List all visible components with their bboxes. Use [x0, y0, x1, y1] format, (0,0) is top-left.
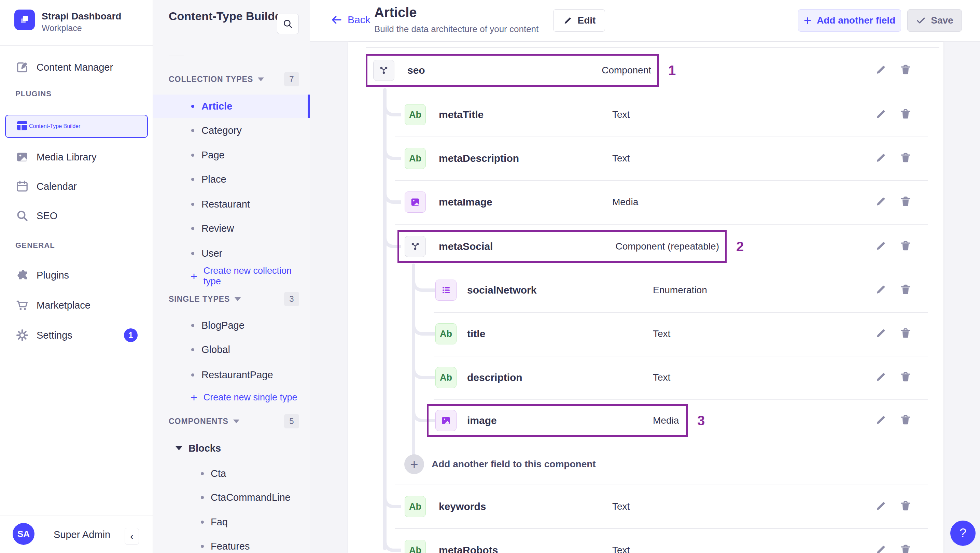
delete-field-button[interactable]: [898, 283, 913, 298]
nav-item-seo[interactable]: SEO: [0, 203, 153, 228]
delete-field-button[interactable]: [898, 499, 913, 514]
edit-field-button[interactable]: [873, 239, 888, 254]
add-field-to-component-label: Add another field to this component: [432, 459, 596, 470]
field-type: Text: [612, 153, 630, 164]
calendar-icon: [15, 180, 29, 193]
edit-field-button[interactable]: [873, 499, 888, 514]
field-name: metaDescription: [439, 153, 519, 164]
save-button[interactable]: Save: [907, 9, 962, 32]
add-another-field-button[interactable]: + Add another field: [798, 9, 901, 32]
count-badge: 5: [284, 414, 299, 428]
row-divider: [434, 399, 928, 400]
nav-item-settings[interactable]: Settings1: [0, 323, 153, 348]
subnav-tree-blocks[interactable]: Blocks: [153, 437, 310, 460]
edit-field-button[interactable]: [873, 543, 888, 553]
field-type: Media: [612, 197, 638, 208]
subnav-item-restaurant[interactable]: Restaurant: [153, 192, 310, 216]
pencil-icon: [875, 413, 888, 428]
pencil-icon: [875, 499, 888, 514]
tree-elbow: [412, 276, 435, 292]
edit-button[interactable]: Edit: [553, 9, 605, 32]
edit-field-button[interactable]: [873, 283, 888, 298]
field-type: Enumeration: [653, 285, 707, 296]
edit-field-button[interactable]: [873, 151, 888, 166]
delete-field-button[interactable]: [898, 107, 913, 122]
search-button[interactable]: [277, 14, 299, 34]
text-field-icon: Ab: [405, 496, 426, 517]
back-link[interactable]: Back: [331, 14, 371, 26]
delete-field-button[interactable]: [898, 63, 913, 78]
edit-field-button[interactable]: [873, 413, 888, 428]
subnav-title: Content-Type Builder: [169, 9, 288, 23]
edit-field-button[interactable]: [873, 326, 888, 342]
subnav-item-page[interactable]: Page: [153, 143, 310, 167]
nav-item-marketplace[interactable]: Marketplace: [0, 293, 153, 318]
trash-icon: [899, 413, 912, 428]
field-name: description: [467, 372, 522, 383]
collapse-sidebar-button[interactable]: ‹: [125, 528, 139, 545]
text-field-icon: Ab: [405, 540, 426, 553]
field-type: Text: [612, 109, 630, 120]
subnav-item-cta[interactable]: Cta: [153, 462, 310, 485]
delete-field-button[interactable]: [898, 151, 913, 166]
check-icon: [916, 15, 926, 25]
nav-item-media-library[interactable]: Media Library: [0, 145, 153, 169]
pencil-icon: [875, 239, 888, 254]
edit-field-button[interactable]: [873, 107, 888, 122]
delete-field-button[interactable]: [898, 195, 913, 210]
subnav-item-place[interactable]: Place: [153, 168, 310, 191]
subnav-item-features[interactable]: Features: [153, 535, 310, 553]
field-name: title: [467, 328, 485, 340]
nav-section-label: GENERAL: [15, 241, 55, 250]
annotation-number-2: 2: [736, 239, 744, 254]
subnav-item-global[interactable]: Global: [153, 338, 310, 361]
pencil-icon: [875, 195, 888, 209]
pen-icon: [15, 60, 29, 74]
pencil-icon: [563, 15, 573, 25]
edit-field-button[interactable]: [873, 195, 888, 210]
tree-guide-line: [412, 264, 415, 456]
subnav-item-review[interactable]: Review: [153, 217, 310, 240]
avatar[interactable]: SA: [13, 523, 35, 545]
trash-icon: [899, 283, 912, 297]
edit-field-button[interactable]: [873, 370, 888, 385]
row-divider: [434, 312, 928, 313]
subnav-item-category[interactable]: Category: [153, 119, 310, 142]
delete-field-button[interactable]: [898, 370, 913, 385]
bullet-icon: [191, 348, 194, 351]
subnav-group-header[interactable]: COMPONENTS: [169, 415, 239, 428]
edit-field-button[interactable]: [873, 63, 888, 78]
pencil-icon: [875, 327, 888, 341]
subnav-action-create-new-single-type[interactable]: +Create new single type: [153, 386, 310, 408]
notification-badge: 1: [124, 328, 138, 342]
subnav-item-ctacommandline[interactable]: CtaCommandLine: [153, 486, 310, 509]
field-type: Text: [612, 545, 630, 553]
pencil-icon: [875, 543, 888, 553]
content-type-builder-sidebar: Content-Type Builder COLLECTION TYPES7Ar…: [153, 0, 310, 553]
subnav-item-restaurantpage[interactable]: RestaurantPage: [153, 363, 310, 386]
subnav-group-header[interactable]: SINGLE TYPES: [169, 292, 241, 306]
row-divider: [366, 47, 939, 48]
subnav-action-create-new-collection-type[interactable]: +Create new collection type: [153, 265, 310, 287]
nav-item-content-type-builder[interactable]: Content-Type Builder: [5, 115, 148, 138]
nav-item-plugins[interactable]: Plugins: [0, 263, 153, 288]
chevron-down-icon: [235, 297, 241, 301]
subnav-item-article[interactable]: Article: [153, 95, 310, 118]
subnav-item-blogpage[interactable]: BlogPage: [153, 314, 310, 337]
workspace-label: Workplace: [42, 23, 82, 33]
subnav-item-faq[interactable]: Faq: [153, 511, 310, 533]
help-button[interactable]: ?: [950, 521, 975, 546]
field-name: socialNetwork: [467, 284, 536, 296]
nav-item-calendar[interactable]: Calendar: [0, 174, 153, 199]
delete-field-button[interactable]: [898, 239, 913, 254]
nav-item-content-manager[interactable]: Content Manager: [0, 55, 153, 79]
delete-field-button[interactable]: [898, 543, 913, 553]
delete-field-button[interactable]: [898, 413, 913, 428]
subnav-group-header[interactable]: COLLECTION TYPES: [169, 72, 264, 86]
pencil-icon: [875, 63, 888, 78]
add-field-to-component-button[interactable]: +: [404, 454, 424, 474]
subnav-item-user[interactable]: User: [153, 242, 310, 265]
trash-icon: [899, 370, 912, 385]
strapi-logo-icon: [14, 10, 35, 30]
delete-field-button[interactable]: [898, 326, 913, 342]
